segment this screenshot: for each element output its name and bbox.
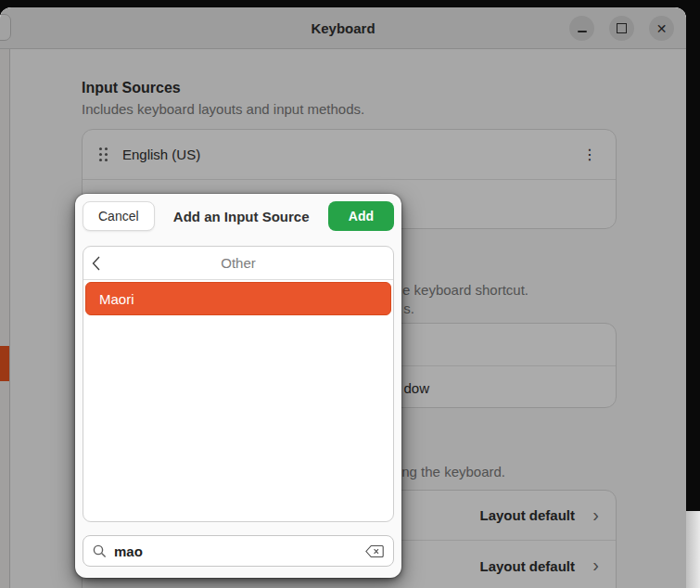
screen: Keyboard ✕ Input Sources Includes keyboa… [0,0,700,588]
add-button[interactable]: Add [328,201,394,231]
input-source-list: Other Maori [83,246,394,522]
category-label: Other [83,255,393,271]
clear-search-icon[interactable] [365,545,384,557]
search-field[interactable] [83,535,394,567]
dialog-header: Cancel Add an Input Source Add [75,194,401,238]
list-item-label: Maori [99,291,134,307]
search-icon [93,544,107,558]
list-item-maori[interactable]: Maori [85,282,391,315]
dialog-title: Add an Input Source [173,209,310,224]
back-chevron-icon [92,256,100,275]
add-input-source-dialog: Cancel Add an Input Source Add Other Mao… [75,194,401,578]
search-input[interactable] [114,543,365,559]
cancel-button[interactable]: Cancel [83,201,155,231]
category-header-row[interactable]: Other [83,247,393,280]
background-panel [684,511,700,588]
